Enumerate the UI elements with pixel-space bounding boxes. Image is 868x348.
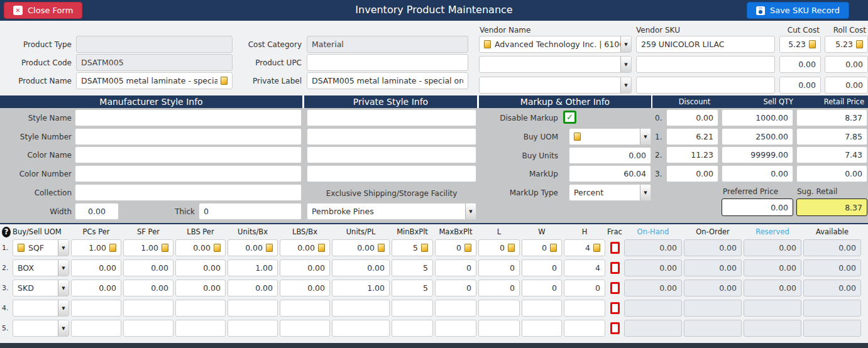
product-upc-input[interactable]: [307, 54, 468, 71]
pcs-per-input[interactable]: [71, 300, 121, 317]
vendor-sku-input[interactable]: [636, 56, 775, 73]
frac-checkbox[interactable]: [610, 302, 620, 314]
uom-select[interactable]: BOX: [13, 259, 69, 276]
note-icon[interactable]: [464, 244, 471, 252]
preferred-price-input[interactable]: 0.00: [722, 198, 793, 216]
note-icon[interactable]: [856, 40, 863, 48]
frac-checkbox[interactable]: [610, 242, 620, 254]
vendor-sku-input[interactable]: [636, 77, 775, 94]
min-bx-plt-input[interactable]: 5: [392, 239, 433, 256]
markup-input[interactable]: 60.04: [569, 165, 651, 182]
min-bx-plt-input[interactable]: [392, 320, 433, 337]
help-icon[interactable]: [2, 227, 11, 237]
lbs-per-input[interactable]: [175, 320, 226, 337]
pcs-per-input[interactable]: 0.00: [71, 259, 121, 276]
style-number-input[interactable]: [75, 128, 302, 145]
lbs-bx-input[interactable]: 0.00: [280, 259, 330, 276]
retail-price-input[interactable]: 7.85: [796, 128, 867, 145]
cut-cost-input[interactable]: 0.00: [779, 77, 821, 94]
note-icon[interactable]: [809, 40, 816, 48]
w-input[interactable]: 0: [522, 239, 562, 256]
vendor-name-select[interactable]: Advanced Technology Inc. | 6106 W. M: [479, 36, 632, 53]
private-color-number-input[interactable]: [307, 165, 476, 182]
note-icon[interactable]: [508, 244, 515, 252]
dropdown-arrow-icon[interactable]: [58, 320, 69, 336]
cut-cost-input[interactable]: 5.23: [779, 36, 821, 53]
h-input[interactable]: [564, 300, 605, 317]
note-icon[interactable]: [109, 244, 116, 252]
note-icon[interactable]: [378, 244, 385, 252]
h-input[interactable]: [564, 320, 605, 337]
l-input[interactable]: [478, 300, 520, 317]
max-bx-plt-input[interactable]: 0: [435, 259, 476, 276]
units-bx-input[interactable]: 0.00: [228, 239, 278, 256]
lbs-bx-input[interactable]: 0.00: [280, 239, 330, 256]
discount-input[interactable]: 0.00: [666, 165, 718, 182]
sf-per-input[interactable]: [123, 320, 173, 337]
dropdown-arrow-icon[interactable]: [58, 280, 69, 296]
sf-per-input[interactable]: 0.00: [123, 280, 173, 296]
w-input[interactable]: [522, 300, 562, 317]
frac-checkbox[interactable]: [610, 322, 620, 334]
w-input[interactable]: 0: [522, 280, 562, 296]
note-icon[interactable]: [550, 244, 557, 252]
sell-qty-input[interactable]: 99999.00: [722, 146, 793, 163]
cut-cost-input[interactable]: 0.00: [779, 56, 821, 73]
lbs-per-input[interactable]: 0.00: [175, 239, 226, 256]
uom-select[interactable]: [13, 320, 69, 337]
units-pl-input[interactable]: 0.00: [332, 239, 390, 256]
dropdown-arrow-icon[interactable]: [58, 240, 69, 256]
min-bx-plt-input[interactable]: 5: [392, 280, 433, 296]
pcs-per-input[interactable]: 0.00: [71, 280, 121, 296]
frac-checkbox[interactable]: [610, 262, 620, 274]
min-bx-plt-input[interactable]: [392, 300, 433, 317]
roll-cost-input[interactable]: 0.00: [825, 56, 868, 73]
shipping-facility-select[interactable]: Pembroke Pines: [307, 203, 476, 220]
lbs-per-input[interactable]: 0.00: [175, 259, 226, 276]
l-input[interactable]: 0: [478, 280, 520, 296]
w-input[interactable]: [522, 320, 562, 337]
min-bx-plt-input[interactable]: 5: [392, 259, 433, 276]
note-icon[interactable]: [221, 77, 228, 85]
roll-cost-input[interactable]: 0.00: [825, 77, 868, 94]
pcs-per-input[interactable]: [71, 320, 121, 337]
buy-units-input[interactable]: 0.00: [569, 147, 651, 164]
disable-markup-checkbox[interactable]: [563, 111, 576, 124]
sell-qty-input[interactable]: 2500.00: [722, 128, 793, 145]
w-input[interactable]: 0: [522, 259, 562, 276]
sf-per-input[interactable]: [123, 300, 173, 317]
dropdown-arrow-icon[interactable]: [620, 77, 631, 93]
max-bx-plt-input[interactable]: 0: [435, 239, 476, 256]
note-icon[interactable]: [266, 244, 273, 252]
dropdown-arrow-icon[interactable]: [620, 57, 631, 72]
dropdown-arrow-icon[interactable]: [640, 185, 651, 200]
note-icon[interactable]: [484, 40, 491, 48]
private-label-input[interactable]: DSATM005 metal laminate - special order: [307, 72, 468, 89]
discount-input[interactable]: 6.21: [666, 128, 718, 145]
l-input[interactable]: 0: [478, 259, 520, 276]
retail-price-input[interactable]: 7.43: [796, 146, 867, 163]
note-icon[interactable]: [162, 244, 168, 252]
max-bx-plt-input[interactable]: 0: [435, 280, 476, 296]
h-input[interactable]: 0: [564, 280, 605, 296]
note-icon[interactable]: [574, 133, 581, 141]
units-bx-input[interactable]: 0.00: [228, 280, 278, 296]
units-bx-input[interactable]: [228, 300, 278, 317]
units-bx-input[interactable]: [228, 320, 278, 337]
collection-input[interactable]: [75, 184, 302, 201]
lbs-bx-input[interactable]: [280, 320, 330, 337]
uom-select[interactable]: SKD: [13, 280, 69, 296]
max-bx-plt-input[interactable]: [435, 300, 476, 317]
style-name-input[interactable]: [75, 109, 302, 126]
retail-price-input[interactable]: 8.37: [796, 109, 867, 126]
l-input[interactable]: [478, 320, 520, 337]
lbs-per-input[interactable]: [175, 300, 226, 317]
sug-retail-input[interactable]: 8.37: [796, 198, 867, 216]
lbs-per-input[interactable]: 0.00: [175, 280, 226, 296]
uom-select[interactable]: [13, 300, 69, 317]
units-pl-input[interactable]: [332, 300, 390, 317]
max-bx-plt-input[interactable]: [435, 320, 476, 337]
note-icon[interactable]: [214, 244, 221, 252]
h-input[interactable]: 4: [564, 259, 605, 276]
sell-qty-input[interactable]: 1000.00: [722, 109, 793, 126]
